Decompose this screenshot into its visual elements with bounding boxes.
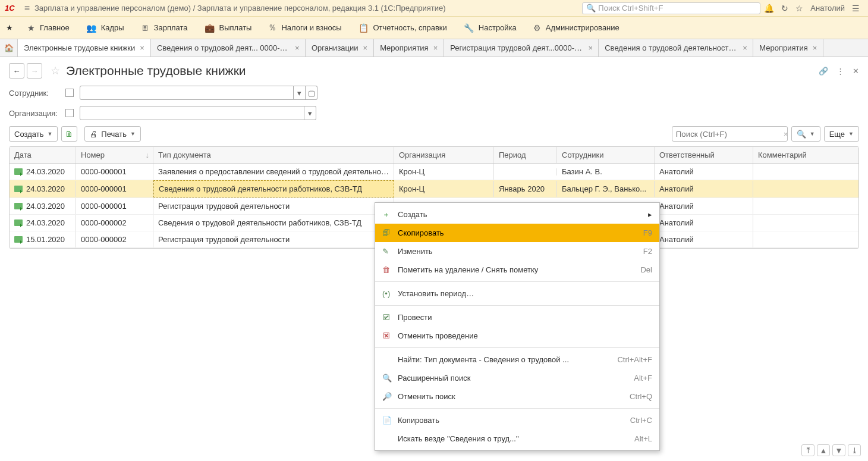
cell-number: 0000-000001 — [76, 198, 153, 214]
create-from-template-button[interactable]: 🗎 — [61, 126, 77, 142]
cell-period — [494, 168, 557, 175]
tab[interactable]: Мероприятия× — [753, 39, 823, 57]
cell-responsible: Анатолий — [655, 164, 753, 180]
employee-dropdown-icon[interactable]: ▾ — [294, 86, 306, 100]
col-org[interactable]: Организация — [394, 147, 494, 163]
bell-icon[interactable]: 🔔 — [760, 4, 778, 13]
ctx-item[interactable]: 📄 Копировать Ctrl+C — [375, 411, 659, 429]
ctx-item[interactable]: 🗑 Пометить на удаление / Снять пометку D… — [375, 261, 659, 279]
tab[interactable]: Регистрация трудовой деят...0000-000002× — [444, 39, 599, 57]
col-employees[interactable]: Сотрудники — [557, 147, 655, 163]
org-filter-checkbox[interactable] — [65, 109, 74, 117]
menu-label: Настройка — [479, 23, 517, 32]
tab[interactable]: Электронные трудовые книжки× — [18, 39, 151, 57]
tab-close-icon[interactable]: × — [743, 43, 747, 52]
menu-calc[interactable]: 🗏Зарплата — [133, 17, 196, 39]
tab[interactable]: Организации× — [306, 39, 374, 57]
search-exec-button[interactable]: 🔍▼ — [791, 126, 820, 142]
ctx-item[interactable]: ＋ Создать ▸ — [375, 205, 659, 224]
home-tab-icon[interactable]: 🏠 — [0, 39, 18, 57]
clear-search-icon[interactable]: × — [780, 130, 792, 139]
scroll-top-icon[interactable]: ⤒ — [801, 444, 814, 456]
employee-filter-checkbox[interactable] — [65, 89, 74, 97]
ctx-shortcut: Alt+F — [634, 374, 652, 382]
cell-date: 24.03.2020 — [10, 164, 76, 180]
tab[interactable]: Сведения о трудовой деят... 0000-000002× — [151, 39, 306, 57]
menu-label: Отчетность, справки — [373, 23, 447, 32]
tab-label: Регистрация трудовой деят...0000-000002 — [450, 43, 583, 52]
global-search[interactable]: 🔍 Поиск Ctrl+Shift+F — [582, 2, 760, 14]
ctx-item[interactable]: 🗹 Провести — [375, 308, 659, 327]
menu-wrench[interactable]: 🔧Настройка — [455, 17, 525, 39]
nav-forward-button[interactable]: → — [27, 63, 42, 79]
tab-close-icon[interactable]: × — [363, 43, 368, 52]
tab-label: Мероприятия — [380, 43, 429, 52]
history-icon[interactable]: ↻ — [778, 4, 792, 13]
list-search[interactable]: × — [672, 126, 788, 142]
ctx-shortcut: F9 — [643, 228, 652, 237]
tab-close-icon[interactable]: × — [433, 43, 438, 52]
ctx-item[interactable]: 🗐 Скопировать F9 — [375, 224, 659, 242]
submenu-arrow-icon: ▸ — [648, 210, 652, 219]
ctx-label: Расширенный поиск — [398, 374, 634, 382]
user-name[interactable]: Анатолий — [807, 4, 848, 12]
ctx-item[interactable]: (•) Установить период… — [375, 284, 659, 303]
burger-icon[interactable]: ≡ — [20, 3, 34, 14]
menu-percent[interactable]: ％Налоги и взносы — [260, 17, 350, 39]
gear-icon: ⚙ — [533, 23, 541, 33]
ctx-item[interactable]: 🗷 Отменить проведение — [375, 327, 659, 345]
menu-icon[interactable]: ☰ — [848, 4, 863, 13]
people-icon: 👥 — [86, 23, 96, 33]
menu-wallet[interactable]: 💼Выплаты — [196, 17, 260, 39]
tab-close-icon[interactable]: × — [813, 43, 817, 52]
list-search-input[interactable] — [672, 130, 780, 139]
ctx-label: Скопировать — [398, 228, 643, 237]
tab-close-icon[interactable]: × — [588, 43, 592, 52]
tab[interactable]: Сведения о трудовой деятельности ра...× — [599, 39, 753, 57]
nav-star-icon[interactable]: ★ — [0, 23, 19, 32]
tab-close-icon[interactable]: × — [295, 43, 299, 52]
scroll-down-icon[interactable]: ▼ — [832, 444, 845, 456]
menu-report[interactable]: 📋Отчетность, справки — [350, 17, 455, 39]
scroll-bottom-icon[interactable]: ⤓ — [848, 444, 861, 456]
col-responsible[interactable]: Ответственный — [655, 147, 753, 163]
org-dropdown-icon[interactable]: ▾ — [304, 106, 316, 120]
link-icon[interactable]: 🔗 — [819, 67, 828, 76]
trash-icon: 🗑 — [382, 265, 398, 274]
create-button[interactable]: Создать▼ — [9, 126, 58, 142]
ctx-item[interactable]: 🔍 Расширенный поиск Alt+F — [375, 369, 659, 387]
col-number[interactable]: Номер↓ — [76, 147, 153, 163]
tab-close-icon[interactable]: × — [140, 43, 144, 52]
favorite-star-icon[interactable]: ☆ — [51, 64, 60, 77]
col-doctype[interactable]: Тип документа — [153, 147, 394, 163]
open-tabs: 🏠 Электронные трудовые книжки×Сведения о… — [0, 39, 868, 57]
org-filter-input[interactable] — [80, 106, 304, 120]
title-bar: 1C ≡ Зарплата и управление персоналом (д… — [0, 0, 868, 17]
close-page-icon[interactable]: ✕ — [853, 67, 859, 76]
col-date[interactable]: Дата — [10, 147, 76, 163]
star-icon[interactable]: ☆ — [792, 4, 807, 13]
ctx-item[interactable]: Найти: Тип документа - Сведения о трудов… — [375, 350, 659, 369]
menu-people[interactable]: 👥Кадры — [78, 17, 133, 39]
menu-label: Кадры — [101, 23, 124, 32]
ctx-label: Установить период… — [398, 289, 652, 298]
print-button[interactable]: 🖨Печать▼ — [84, 126, 141, 142]
nav-back-button[interactable]: ← — [9, 63, 24, 79]
table-row[interactable]: 24.03.2020 0000-000001 Заявления о предо… — [10, 164, 858, 180]
menu-gear[interactable]: ⚙Администрирование — [525, 17, 628, 39]
ctx-item[interactable]: 🔎 Отменить поиск Ctrl+Q — [375, 387, 659, 406]
table-row[interactable]: 24.03.2020 0000-000001 Сведения о трудов… — [10, 180, 858, 198]
col-period[interactable]: Период — [494, 147, 557, 163]
employee-open-icon[interactable]: ▢ — [306, 86, 317, 100]
menu-star[interactable]: ★Главное — [19, 17, 78, 39]
tab[interactable]: Мероприятия× — [374, 39, 444, 57]
col-comment[interactable]: Комментарий — [753, 147, 858, 163]
scroll-up-icon[interactable]: ▲ — [817, 444, 830, 456]
employee-filter-label: Сотрудник: — [9, 89, 62, 98]
ctx-shortcut: Ctrl+Q — [630, 392, 652, 401]
ctx-item[interactable]: Искать везде "Сведения о труд..." Alt+L — [375, 429, 659, 448]
employee-filter-input[interactable] — [80, 86, 294, 100]
more-button[interactable]: Еще▼ — [824, 126, 859, 142]
kebab-icon[interactable]: ⋮ — [836, 67, 844, 76]
ctx-item[interactable]: ✎ Изменить F2 — [375, 242, 659, 261]
